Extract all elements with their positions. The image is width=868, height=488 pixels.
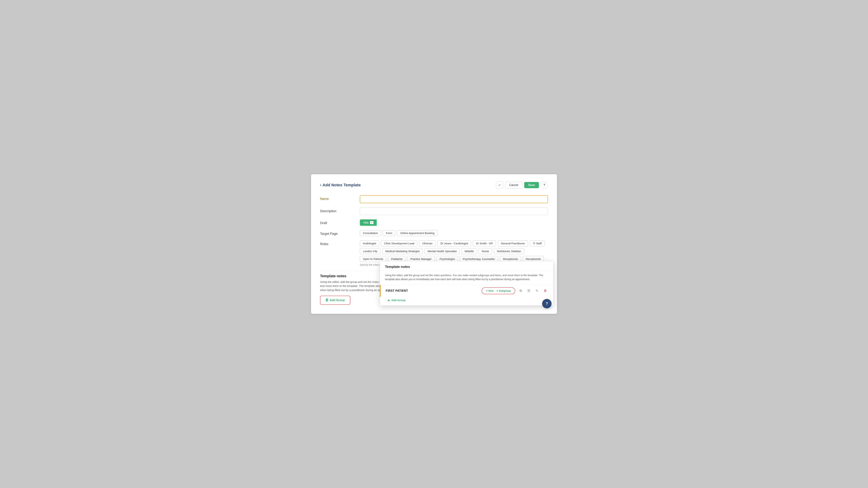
role-dr-jones[interactable]: Dr Jones - Cardiologist — [437, 240, 471, 246]
role-clinic-dev-lead[interactable]: Clinic Development Lead — [381, 240, 417, 246]
role-it-staff[interactable]: IT Staff — [530, 240, 545, 246]
tooltip-add-group-label: Add Group — [391, 299, 405, 302]
plus-icon: + — [486, 289, 488, 292]
help-button[interactable]: ? — [541, 182, 548, 189]
role-gp[interactable]: General Practitioner — [498, 240, 528, 246]
tag-consultation[interactable]: Consultation — [360, 230, 381, 236]
draft-label: Draft — [320, 220, 360, 225]
tooltip-group-row: FIRST PATIENT + Item + Subgroup ⧉ ☰ ✎ 🗑 — [380, 285, 553, 297]
draft-toggle: YES ✓ — [360, 220, 377, 226]
add-group-icon: ≣ — [326, 298, 328, 302]
tooltip-add-group-button[interactable]: ≣ Add Group — [388, 299, 405, 302]
role-nutritionist[interactable]: Nutritionist, Dietitian — [494, 248, 524, 254]
plus-icon-2: + — [497, 289, 498, 292]
draft-row: Draft YES ✓ — [320, 220, 548, 226]
resize-button[interactable]: ⤢ — [496, 182, 503, 189]
group-actions-highlight: + Item + Subgroup — [482, 287, 515, 294]
page-title: Add Notes Template — [322, 183, 361, 188]
tooltip-title: Template notes — [380, 261, 553, 271]
copy-button[interactable]: ⧉ — [519, 288, 523, 293]
main-card: ‹ Add Notes Template ⤢ Cancel Save ? Nam… — [311, 174, 557, 314]
back-link[interactable]: ‹ Add Notes Template — [320, 183, 361, 188]
add-subgroup-label: Subgroup — [499, 289, 511, 292]
reorder-button[interactable]: ☰ — [526, 288, 531, 294]
group-actions: + Item + Subgroup ⧉ ☰ ✎ 🗑 — [482, 287, 548, 294]
role-clinician[interactable]: Clinician — [419, 240, 436, 246]
help-float-button[interactable]: ? — [542, 299, 552, 308]
group-name-label: FIRST PATIENT — [386, 289, 408, 292]
add-item-button[interactable]: + Item — [485, 289, 495, 293]
tag-form[interactable]: Form — [383, 230, 395, 236]
role-audiologist[interactable]: Audiologist — [360, 240, 379, 246]
role-dr-smith[interactable]: Dr Smith - GP — [473, 240, 496, 246]
roles-label: Roles — [320, 240, 360, 246]
tooltip-overlay: Template notes Using the editor, add the… — [380, 261, 553, 306]
tooltip-add-group-area: ≣ Add Group — [380, 297, 553, 305]
edit-button[interactable]: ✎ — [534, 288, 539, 294]
draft-checkmark-icon: ✓ — [370, 221, 373, 224]
description-label: Description — [320, 207, 360, 213]
back-arrow-icon: ‹ — [320, 183, 321, 188]
roles-tags: Audiologist Clinic Development Lead Clin… — [360, 240, 548, 262]
role-london-city[interactable]: London City — [360, 248, 380, 254]
draft-yes-button[interactable]: YES ✓ — [360, 220, 377, 226]
tag-online-appointment[interactable]: Online Appointment Booking — [397, 230, 437, 236]
save-button[interactable]: Save — [524, 182, 539, 188]
description-input[interactable] — [360, 207, 548, 215]
top-actions: ⤢ Cancel Save ? — [496, 182, 548, 189]
target-page-tags: Consultation Form Online Appointment Boo… — [360, 230, 548, 236]
role-nurse[interactable]: Nurse — [479, 248, 492, 254]
target-page-label: Target Page — [320, 230, 360, 236]
draft-yes-label: YES — [363, 221, 369, 224]
add-group-label: Add Group — [330, 299, 345, 302]
resize-icon: ⤢ — [498, 183, 501, 187]
description-row: Description — [320, 207, 548, 215]
tooltip-description: Using the editor, add the group and set … — [380, 271, 553, 285]
role-midwife[interactable]: Midwife — [462, 248, 477, 254]
add-item-label: Item — [489, 289, 494, 292]
tooltip-add-group-icon: ≣ — [388, 299, 390, 302]
cancel-button[interactable]: Cancel — [505, 182, 522, 188]
role-mental-health[interactable]: Mental Health Specialist — [425, 248, 460, 254]
delete-button[interactable]: 🗑 — [543, 288, 548, 293]
name-label: Name — [320, 195, 360, 201]
add-subgroup-button[interactable]: + Subgroup — [495, 289, 512, 293]
name-input[interactable] — [360, 195, 548, 203]
name-row: Name — [320, 195, 548, 203]
role-medical-marketing[interactable]: Medical Marketing Strategist — [382, 248, 423, 254]
target-page-row: Target Page Consultation Form Online App… — [320, 230, 548, 236]
top-bar: ‹ Add Notes Template ⤢ Cancel Save ? — [320, 182, 548, 189]
add-group-button[interactable]: ≣ Add Group — [320, 296, 350, 305]
